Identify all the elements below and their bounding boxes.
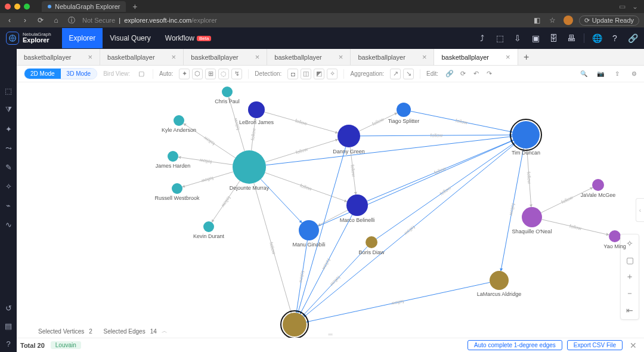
profile-avatar[interactable]: [564, 16, 573, 25]
graph-node[interactable]: [490, 271, 509, 290]
resize-handle-icon[interactable]: ═: [328, 331, 332, 338]
edit-undo-icon[interactable]: ↶: [470, 69, 481, 79]
window-icon[interactable]: ▣: [530, 33, 541, 44]
detect-1-icon[interactable]: ◘: [287, 69, 298, 79]
layout-radial-icon[interactable]: ◌: [218, 69, 229, 79]
update-badge[interactable]: ⟳ Update Ready: [579, 16, 639, 26]
graph-edge[interactable]: [411, 111, 513, 132]
url-text[interactable]: Not Secure | explorer.vesoft-inc.com/exp…: [82, 17, 217, 24]
graph-node[interactable]: [592, 179, 604, 191]
graph-edge[interactable]: [360, 135, 512, 136]
tree-icon[interactable]: ⬚: [494, 33, 505, 44]
new-tab-button[interactable]: +: [518, 49, 535, 65]
graph-edge[interactable]: [265, 140, 338, 162]
graph-node[interactable]: [299, 220, 319, 240]
nav-visual-query[interactable]: Visual Query: [103, 28, 157, 48]
graph-edge[interactable]: [265, 172, 347, 202]
graph-edge[interactable]: [541, 187, 593, 212]
graph-node[interactable]: [168, 151, 178, 162]
graph-node[interactable]: [522, 207, 542, 227]
chevron-down-icon[interactable]: ⌄: [631, 2, 639, 11]
globe-icon[interactable]: 🌐: [592, 33, 602, 44]
close-icon[interactable]: ×: [339, 53, 343, 61]
print-icon[interactable]: 🖶: [566, 33, 577, 44]
search-icon[interactable]: 🔍: [578, 69, 589, 79]
rail-style-icon[interactable]: ✦: [4, 124, 13, 134]
close-icon[interactable]: ×: [172, 53, 177, 61]
fullscreen-icon[interactable]: ▢: [623, 254, 636, 267]
rail-help-icon[interactable]: ?: [4, 339, 13, 348]
graph-node[interactable]: [512, 121, 540, 149]
edit-refresh-icon[interactable]: ⟳: [457, 69, 468, 79]
graph-edge[interactable]: [306, 282, 490, 322]
layout-tree-icon[interactable]: ⬡: [192, 69, 203, 79]
reload-icon[interactable]: ⟳: [36, 16, 45, 25]
zoom-out-icon[interactable]: －: [623, 287, 636, 300]
graph-node[interactable]: [172, 183, 182, 194]
graph-node[interactable]: [233, 150, 266, 184]
graph-node[interactable]: [174, 115, 184, 126]
download-icon[interactable]: ⇩: [512, 33, 523, 44]
help-icon[interactable]: ?: [609, 33, 620, 44]
export-csv-button[interactable]: Export CSV File: [567, 340, 623, 350]
new-browser-tab-button[interactable]: +: [129, 1, 140, 12]
deaggregate-icon[interactable]: ↘: [403, 69, 414, 79]
window-max-dot[interactable]: [24, 4, 30, 10]
graph-edge[interactable]: [527, 149, 531, 207]
aggregate-icon[interactable]: ↗: [390, 69, 401, 79]
graph-edge[interactable]: [376, 143, 515, 239]
close-icon[interactable]: ×: [422, 53, 427, 61]
rail-filter-icon[interactable]: ⧩: [4, 105, 13, 115]
graph-node[interactable]: [283, 313, 306, 336]
rail-edit-icon[interactable]: ✎: [4, 162, 13, 172]
graph-canvas[interactable]: ‹ ✧ ▢ ＋ － ⇤ Selected Vertices 2 Selected…: [17, 82, 644, 338]
layout-dag-icon[interactable]: ↯: [231, 69, 242, 79]
back-icon[interactable]: ‹: [5, 16, 14, 25]
rail-path-icon[interactable]: ⤳: [4, 143, 13, 153]
graph-edge[interactable]: [367, 140, 513, 201]
doc-tab[interactable]: basketballplayer×: [434, 49, 518, 65]
doc-tab[interactable]: basketballplayer×: [184, 49, 267, 65]
extension-icon[interactable]: ◧: [532, 16, 542, 25]
window-min-dot[interactable]: [14, 4, 20, 10]
bird-view-toggle-icon[interactable]: ▢: [136, 69, 147, 79]
link-icon[interactable]: 🔗: [627, 33, 638, 44]
graph-node[interactable]: [346, 194, 368, 216]
share-icon[interactable]: ⤴: [476, 33, 487, 44]
doc-tab[interactable]: basketballplayer×: [351, 49, 434, 65]
graph-node[interactable]: [203, 221, 214, 232]
graph-node[interactable]: [222, 87, 233, 97]
export-icon[interactable]: ⇪: [612, 69, 623, 79]
graph-edge[interactable]: [296, 240, 307, 313]
graph-node[interactable]: [338, 125, 360, 147]
doc-tab[interactable]: basketballplayer×: [17, 49, 100, 65]
window-close-dot[interactable]: [5, 4, 11, 10]
graph-node[interactable]: [609, 230, 621, 242]
rail-table-icon[interactable]: ▤: [4, 321, 13, 331]
detect-3-icon[interactable]: ◩: [314, 69, 324, 79]
graph-node[interactable]: [397, 103, 411, 117]
close-icon[interactable]: ×: [88, 53, 93, 61]
zoom-in-icon[interactable]: ＋: [623, 270, 636, 283]
detect-2-icon[interactable]: ◫: [301, 69, 311, 79]
selection-summary[interactable]: Selected Vertices 2 Selected Edges 14 ︿: [38, 327, 168, 335]
forward-icon[interactable]: ›: [20, 16, 30, 25]
sidebar-icon[interactable]: ▭: [618, 2, 626, 11]
graph-edge[interactable]: [264, 112, 338, 133]
home-icon[interactable]: ⌂: [51, 16, 61, 25]
doc-tab[interactable]: basketballplayer×: [100, 49, 184, 65]
settings-icon[interactable]: ⚙: [628, 69, 639, 79]
graph-edge[interactable]: [266, 137, 512, 165]
rail-brush-icon[interactable]: ⌁: [4, 200, 13, 210]
edit-link-icon[interactable]: 🔗: [444, 69, 455, 79]
mode-2d-button[interactable]: 2D Mode: [24, 69, 61, 79]
close-icon[interactable]: ×: [506, 53, 510, 61]
doc-tab[interactable]: basketballplayer×: [267, 49, 351, 65]
mode-3d-button[interactable]: 3D Mode: [61, 69, 97, 79]
edit-redo-icon[interactable]: ↷: [484, 69, 494, 79]
browser-tab[interactable]: NebulaGraph Explorer: [42, 1, 126, 12]
database-icon[interactable]: 🗄: [548, 33, 559, 44]
algorithm-chip[interactable]: Louvain: [51, 341, 81, 349]
graph-edge[interactable]: [501, 149, 524, 271]
graph-edge[interactable]: [542, 220, 609, 235]
